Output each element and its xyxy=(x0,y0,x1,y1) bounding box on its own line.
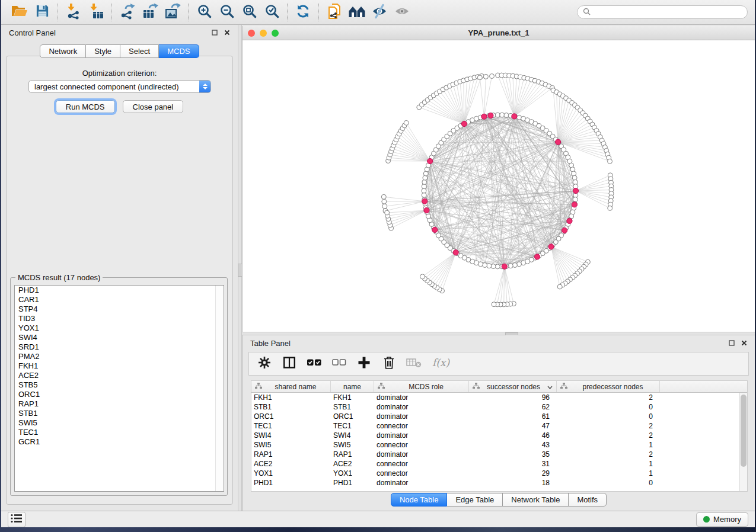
table-cell[interactable]: YOX1 xyxy=(251,469,331,478)
table-cell[interactable]: 1 xyxy=(557,469,660,478)
table-cell[interactable]: ACE2 xyxy=(251,459,331,469)
graph-node[interactable] xyxy=(557,284,562,289)
mcds-result-item[interactable]: TEC1 xyxy=(15,428,224,437)
graph-node[interactable] xyxy=(512,263,517,268)
column-header-successor-nodes[interactable]: successor nodes xyxy=(469,381,557,392)
import-table-button[interactable] xyxy=(85,2,107,23)
zoom-fit-button[interactable] xyxy=(238,2,260,23)
network-graph[interactable] xyxy=(243,40,756,332)
share-document-button[interactable] xyxy=(323,2,346,23)
table-cell[interactable]: PHD1 xyxy=(251,478,331,488)
table-cell[interactable]: 18 xyxy=(469,478,557,488)
graph-node[interactable] xyxy=(423,175,428,180)
graph-hub-node[interactable] xyxy=(481,114,487,119)
mcds-result-item[interactable]: STB5 xyxy=(15,380,224,390)
table-cell[interactable]: dominator xyxy=(374,393,469,402)
graph-node[interactable] xyxy=(487,264,492,268)
table-cell[interactable]: connector xyxy=(374,440,469,450)
export-image-button[interactable] xyxy=(161,2,184,23)
graph-hub-node[interactable] xyxy=(453,250,458,255)
table-cell[interactable]: TEC1 xyxy=(331,421,374,431)
mcds-result-list[interactable]: PHD1CAR1STP4TID3YOX1SWI4SRD1PMA2FKH1ACE2… xyxy=(14,285,224,492)
graph-hub-node[interactable] xyxy=(461,121,467,126)
graph-node[interactable] xyxy=(608,159,613,164)
close-panel-icon[interactable] xyxy=(741,340,747,346)
network-canvas[interactable] xyxy=(243,40,755,332)
graph-node[interactable] xyxy=(382,199,387,204)
table-row[interactable]: ACE2ACE2connector311 xyxy=(251,459,747,469)
graph-node[interactable] xyxy=(500,113,505,117)
table-cell[interactable]: 1 xyxy=(557,440,660,450)
table-cell[interactable]: 2 xyxy=(557,431,660,440)
graph-node[interactable] xyxy=(572,175,577,180)
table-cell[interactable]: connector xyxy=(374,421,469,431)
graph-hub-node[interactable] xyxy=(567,218,572,223)
table-row[interactable]: YOX1YOX1connector291 xyxy=(251,469,747,478)
column-header-MCDS-role[interactable]: MCDS role xyxy=(374,381,469,392)
graph-node[interactable] xyxy=(422,184,426,189)
graph-node[interactable] xyxy=(382,204,387,209)
table-cell[interactable]: connector xyxy=(374,459,469,469)
hide-graphics-details-button[interactable] xyxy=(368,2,391,23)
mcds-result-item[interactable]: SWI4 xyxy=(15,333,224,342)
table-cell[interactable]: 0 xyxy=(557,402,660,412)
close-window-icon[interactable] xyxy=(248,30,255,37)
table-cell[interactable]: 61 xyxy=(469,412,557,421)
memory-button[interactable]: Memory xyxy=(696,512,748,527)
delete-columns-button[interactable] xyxy=(381,355,397,372)
table-cell[interactable]: STB1 xyxy=(331,402,374,412)
mcds-result-item[interactable]: PMA2 xyxy=(15,352,224,361)
graph-node[interactable] xyxy=(477,75,482,80)
tab-node-table[interactable]: Node Table xyxy=(391,493,448,507)
graph-node[interactable] xyxy=(422,193,426,197)
table-cell[interactable]: 0 xyxy=(557,478,660,488)
table-mode-button[interactable] xyxy=(257,355,272,372)
table-cell[interactable]: dominator xyxy=(374,478,469,488)
graph-node[interactable] xyxy=(572,171,576,176)
table-cell[interactable]: 96 xyxy=(469,393,557,402)
mcds-result-item[interactable]: SRD1 xyxy=(15,342,224,352)
graph-hub-node[interactable] xyxy=(562,227,567,233)
table-row[interactable]: ORC1ORC1dominator610 xyxy=(251,412,747,421)
table-cell[interactable]: 31 xyxy=(469,459,557,469)
table-cell[interactable]: RAP1 xyxy=(251,450,331,459)
graph-node[interactable] xyxy=(608,206,613,210)
new-column-button[interactable] xyxy=(356,355,372,372)
table-cell[interactable]: 0 xyxy=(557,412,660,421)
graph-node[interactable] xyxy=(490,74,495,79)
task-history-button[interactable] xyxy=(8,512,25,527)
float-panel-icon[interactable] xyxy=(729,340,735,346)
graph-node[interactable] xyxy=(422,180,427,184)
zoom-selected-button[interactable] xyxy=(260,2,283,23)
graph-hub-node[interactable] xyxy=(422,198,428,204)
table-cell[interactable]: PHD1 xyxy=(331,478,374,488)
save-session-button[interactable] xyxy=(31,2,53,23)
search-input[interactable] xyxy=(594,8,742,17)
graph-node[interactable] xyxy=(573,197,578,202)
select-all-rows-button[interactable] xyxy=(307,355,322,372)
search-field[interactable] xyxy=(577,5,748,19)
mcds-result-item[interactable]: FKH1 xyxy=(15,361,224,371)
table-cell[interactable]: ORC1 xyxy=(251,412,331,421)
scrollbar-thumb[interactable] xyxy=(741,395,747,467)
table-cell[interactable]: RAP1 xyxy=(331,450,374,459)
graph-node[interactable] xyxy=(495,113,500,117)
column-header-shared-name[interactable]: shared name xyxy=(251,381,331,392)
vertical-splitter[interactable] xyxy=(238,25,242,511)
table-cell[interactable]: 47 xyxy=(469,421,557,431)
graph-node[interactable] xyxy=(381,194,386,199)
table-cell[interactable]: 62 xyxy=(469,402,557,412)
mcds-result-item[interactable]: SWI5 xyxy=(15,418,224,428)
tab-edge-table[interactable]: Edge Table xyxy=(447,493,503,507)
graph-hub-node[interactable] xyxy=(512,114,517,119)
refresh-button[interactable] xyxy=(292,2,314,23)
split-panel-button[interactable] xyxy=(282,355,297,372)
export-network-button[interactable] xyxy=(116,2,139,23)
table-row[interactable]: STB1STB1dominator620 xyxy=(251,402,747,412)
table-cell[interactable]: SWI5 xyxy=(251,440,331,450)
column-header-predecessor-nodes[interactable]: predecessor nodes xyxy=(557,381,660,392)
table-cell[interactable]: 35 xyxy=(469,450,557,459)
sort-down-icon[interactable] xyxy=(547,383,553,391)
table-row[interactable]: PHD1PHD1dominator180 xyxy=(251,478,747,488)
mcds-result-item[interactable]: TID3 xyxy=(15,314,224,323)
